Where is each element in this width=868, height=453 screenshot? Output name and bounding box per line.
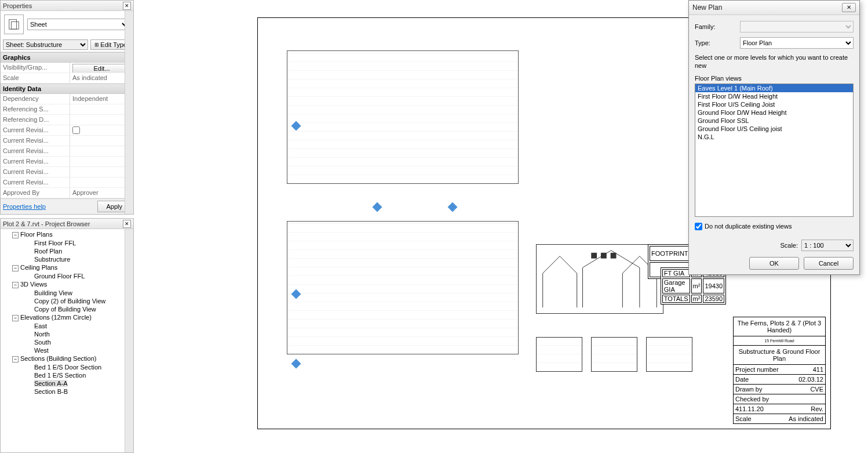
tree-item[interactable]: Copy of Building View [2, 305, 132, 313]
levels-listbox[interactable]: Eaves Level 1 (Main Roof)First Floor D/W… [695, 84, 854, 217]
scale-dropdown[interactable]: 1 : 100 [801, 240, 854, 251]
tree-label[interactable]: Copy of Building View [34, 306, 96, 313]
tree-label[interactable]: Building View [34, 289, 72, 296]
mini-plan-3[interactable] [646, 337, 692, 372]
tree-label[interactable]: North [34, 331, 50, 338]
tree-label[interactable]: Floor Plans [20, 231, 53, 238]
browser-scrollbar[interactable] [125, 229, 133, 452]
tree-toggle[interactable]: − [12, 232, 19, 238]
level-item[interactable]: Ground Floor SSL [695, 117, 853, 125]
level-item[interactable]: N.G.L [695, 133, 853, 141]
tree-label[interactable]: Section A-A [34, 380, 67, 387]
property-value[interactable]: Independent [70, 94, 133, 104]
tree-label[interactable]: East [34, 322, 47, 329]
section-marker[interactable] [373, 202, 382, 212]
instance-selector[interactable]: Sheet: Substructure [3, 39, 88, 50]
ok-button[interactable]: OK [749, 257, 799, 270]
tree-toggle[interactable]: − [12, 315, 19, 321]
tree-item[interactable]: West [2, 346, 132, 354]
level-item[interactable]: Eaves Level 1 (Main Roof) [695, 84, 853, 92]
cancel-button[interactable]: Cancel [804, 257, 854, 270]
tree-item[interactable]: Substructure [2, 255, 132, 263]
tree-branch[interactable]: −Floor Plans [2, 230, 132, 239]
property-name: Referencing S... [1, 104, 70, 114]
property-value[interactable]: Approver [70, 188, 133, 198]
tree-label[interactable]: Sections (Building Section) [20, 355, 96, 362]
section-marker[interactable] [291, 359, 301, 369]
tree-toggle[interactable]: − [12, 356, 19, 363]
mini-plan-1[interactable] [536, 337, 582, 372]
type-dropdown[interactable]: Floor Plan [740, 37, 854, 49]
property-value[interactable] [70, 125, 133, 135]
property-value[interactable] [70, 177, 133, 187]
tree-label[interactable]: Copy (2) of Building View [34, 298, 105, 305]
dialog-titlebar[interactable]: New Plan ✕ [689, 1, 859, 15]
tree-label[interactable]: 3D Views [20, 281, 47, 288]
tree-label[interactable]: Elevations (12mm Circle) [20, 314, 92, 321]
property-row: Referencing D... [1, 115, 133, 125]
tree-toggle[interactable]: − [12, 282, 19, 288]
property-value[interactable]: As indicated [70, 73, 133, 83]
tree-item[interactable]: First Floor FFL [2, 239, 132, 247]
tree-label[interactable]: Roof Plan [34, 248, 62, 255]
level-item[interactable]: Ground Floor U/S Ceiling joist [695, 125, 853, 133]
browser-close-button[interactable]: ✕ [123, 220, 131, 228]
tree-branch[interactable]: −3D Views [2, 280, 132, 289]
tree-label[interactable]: South [34, 339, 51, 346]
tree-item[interactable]: Bed 1 E/S Door Section [2, 363, 132, 371]
property-value[interactable] [70, 157, 133, 166]
property-name: Dependency [1, 94, 70, 104]
tree-item[interactable]: Bed 1 E/S Section [2, 371, 132, 379]
tree-label[interactable]: First Floor FFL [34, 240, 76, 247]
duplicate-checkbox[interactable] [695, 223, 702, 230]
properties-close-button[interactable]: ✕ [123, 2, 131, 10]
tree-branch[interactable]: −Elevations (12mm Circle) [2, 313, 132, 322]
tree-item[interactable]: Section B-B [2, 387, 132, 396]
tree-label[interactable]: Section B-B [34, 388, 68, 395]
level-item[interactable]: First Floor D/W Head Height [695, 92, 853, 100]
tree-toggle[interactable]: − [12, 265, 19, 271]
property-value[interactable] [70, 115, 133, 125]
plan-view-first-floor[interactable] [287, 221, 519, 354]
property-value[interactable] [70, 104, 133, 114]
tree-label[interactable]: Bed 1 E/S Section [34, 372, 86, 379]
level-item[interactable]: First Floor U/S Ceiling Joist [695, 100, 853, 108]
properties-scrollbar[interactable] [125, 11, 133, 214]
edit-button[interactable]: Edit... [72, 64, 131, 73]
tree-branch[interactable]: −Ceiling Plans [2, 263, 132, 272]
tree-item[interactable]: East [2, 322, 132, 330]
property-checkbox[interactable] [72, 126, 80, 134]
property-group-header[interactable]: Identity Data⌃ [1, 84, 133, 94]
mini-plan-2[interactable] [591, 337, 637, 372]
tree-item[interactable]: South [2, 338, 132, 346]
tree-item[interactable]: Roof Plan [2, 247, 132, 255]
property-group-header[interactable]: Graphics⌃ [1, 52, 133, 63]
tree-branch[interactable]: −Sections (Building Section) [2, 354, 132, 363]
property-row: Current Revisi... [1, 177, 133, 188]
browser-titlebar: Plot 2 & 7.rvt - Project Browser ✕ [1, 219, 133, 229]
property-value[interactable]: Edit... [70, 63, 133, 73]
tree-label[interactable]: West [34, 347, 49, 354]
type-selector-dropdown[interactable]: Sheet [27, 19, 130, 30]
dialog-close-button[interactable]: ✕ [842, 3, 856, 12]
property-value[interactable] [70, 136, 133, 146]
tree-item[interactable]: Section A-A [2, 379, 132, 387]
level-item[interactable]: Ground Floor D/W Head Height [695, 108, 853, 117]
title-block[interactable]: The Ferns, Plots 2 & 7 (Plot 3 Handed) 1… [733, 317, 826, 424]
properties-help-link[interactable]: Properties help [3, 203, 46, 210]
property-value[interactable] [70, 146, 133, 156]
tree-label[interactable]: Ground Floor FFL [34, 273, 85, 280]
tree-label[interactable]: Bed 1 E/S Door Section [34, 364, 101, 371]
plan-view-substructure[interactable] [287, 50, 519, 184]
tree-item[interactable]: Building View [2, 289, 132, 297]
duplicate-checkbox-label[interactable]: Do not duplicate existing views [705, 223, 792, 230]
tree-item[interactable]: Ground Floor FFL [2, 272, 132, 280]
elevation-view[interactable] [536, 244, 663, 314]
tree-label[interactable]: Substructure [34, 256, 70, 263]
tree-item[interactable]: Copy (2) of Building View [2, 297, 132, 305]
tree-item[interactable]: North [2, 330, 132, 338]
property-value[interactable] [70, 167, 133, 177]
section-marker[interactable] [448, 202, 458, 212]
tree-label[interactable]: Ceiling Plans [20, 264, 57, 271]
family-dropdown[interactable] [740, 21, 854, 32]
